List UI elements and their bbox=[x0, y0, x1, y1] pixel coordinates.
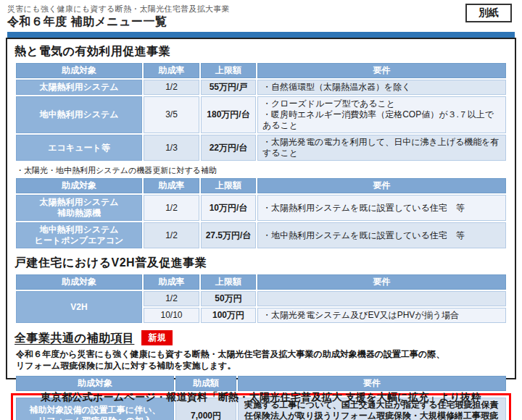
table-header-row: 助成対象 助成額 要件 bbox=[16, 376, 506, 391]
col-header-amount: 助成額 bbox=[175, 376, 236, 391]
target-cell: エコキュート等 bbox=[16, 135, 142, 161]
cap-cell: 100万円 bbox=[201, 308, 256, 323]
rate-cell: 1/3 bbox=[144, 135, 199, 161]
section1-heading: 熱と電気の有効利用促進事業 bbox=[14, 44, 508, 59]
rate-cell: 10/10 bbox=[144, 308, 199, 323]
target-cell: V2H bbox=[16, 291, 142, 323]
col-header-target: 助成対象 bbox=[16, 63, 142, 78]
common-subsidy-header-table: 助成対象 助成額 要件 bbox=[14, 374, 508, 392]
cap-cell: 10万円/台 bbox=[201, 195, 256, 221]
cap-cell: 55万円/戸 bbox=[201, 80, 256, 95]
table-row: 地中熱利用システム ヒートポンプエアコン 1/2 27.5万円/台 ・地中熱利用… bbox=[16, 222, 506, 248]
table-row: 地中熱利用システム 3/5 180万円/台 ・クローズドループ型であること ・暖… bbox=[16, 96, 506, 133]
req-cell: ・クローズドループ型であること ・暖房時エネルギー消費効率（定格COP値）が３.… bbox=[257, 96, 506, 133]
section2-heading: 戸建住宅におけるV2H普及促進事業 bbox=[14, 256, 508, 271]
col-header-rate: 助成率 bbox=[144, 63, 199, 78]
req-cell: ・太陽熱利用システムを既に設置している住宅 等 bbox=[257, 195, 506, 221]
v2h-table: 助成対象 助成率 上限額 要件 V2H 1/2 50万円 10/10 100万円… bbox=[14, 273, 508, 324]
table-row: V2H 1/2 50万円 bbox=[16, 291, 506, 306]
content-frame: 熱と電気の有効利用促進事業 助成対象 助成率 上限額 要件 太陽熱利用システム … bbox=[6, 38, 516, 379]
document-subtitle: 災害にも強く健康にも資する断熱・太陽光住宅普及拡大事業 bbox=[7, 4, 515, 14]
table-header-row: 助成対象 助成率 上限額 要件 bbox=[16, 178, 506, 193]
rate-cell: 1/2 bbox=[144, 291, 199, 306]
col-header-req: 要件 bbox=[238, 376, 506, 391]
target-cell: 地中熱利用システム ヒートポンプエアコン bbox=[16, 222, 142, 248]
req-cell bbox=[257, 291, 506, 306]
col-header-req: 要件 bbox=[257, 178, 506, 193]
section3-heading: 全事業共通の補助項目新規 bbox=[14, 330, 508, 346]
heat-electric-table: 助成対象 助成率 上限額 要件 太陽熱利用システム 1/2 55万円/戸 ・自然… bbox=[14, 62, 508, 162]
target-cell: 太陽熱利用システム bbox=[16, 80, 142, 95]
target-cell: 太陽熱利用システム 補助熱源機 bbox=[16, 195, 142, 221]
req-cell: ・地中熱利用システムを既に設置している住宅 等 bbox=[257, 222, 506, 248]
table-header-row: 助成対象 助成率 上限額 要件 bbox=[16, 274, 506, 290]
col-header-cap: 上限額 bbox=[201, 178, 256, 193]
cap-cell: 50万円 bbox=[201, 291, 256, 306]
req-cell: ・太陽光発電の電力を利用して、日中に沸き上げる機能を有すること bbox=[257, 135, 506, 161]
rate-cell: 1/2 bbox=[144, 222, 199, 248]
cap-cell: 27.5万円/台 bbox=[201, 222, 256, 248]
source-attribution: 東京都公式ホームページ・報道資料「断熱・太陽光住宅普及拡大 支援を大幅に拡充」よ… bbox=[0, 391, 522, 404]
equipment-renewal-caption: ・太陽光・地中熱利用システムの機器更新に対する補助 bbox=[16, 165, 508, 176]
col-header-req: 要件 bbox=[257, 63, 506, 78]
col-header-target: 助成対象 bbox=[16, 178, 142, 193]
accent-bar bbox=[7, 32, 515, 38]
section3-description: 令和６年度から災害にも強く健康にも資する断熱・太陽光住宅普及拡大事業の助成対象機… bbox=[16, 348, 508, 371]
new-badge: 新規 bbox=[141, 330, 173, 345]
rate-cell: 3/5 bbox=[144, 96, 199, 133]
col-header-target: 助成対象 bbox=[16, 274, 142, 290]
page-title: 令和６年度 補助メニュー一覧 bbox=[7, 14, 515, 30]
table-row: 太陽熱利用システム 1/2 55万円/戸 ・自然循環型（太陽熱温水器）を除く bbox=[16, 80, 506, 95]
col-header-rate: 助成率 bbox=[144, 178, 199, 193]
document-header: 災害にも強く健康にも資する断熱・太陽光住宅普及拡大事業 令和６年度 補助メニュー… bbox=[0, 0, 522, 30]
corner-tag: 別紙 bbox=[465, 4, 512, 22]
rate-cell: 1/2 bbox=[144, 195, 199, 221]
col-header-target: 助成対象 bbox=[16, 376, 174, 391]
cap-cell: 180万円/台 bbox=[201, 96, 256, 133]
equipment-renewal-table: 助成対象 助成率 上限額 要件 太陽熱利用システム 補助熱源機 1/2 10万円… bbox=[14, 177, 508, 250]
col-header-cap: 上限額 bbox=[201, 274, 256, 290]
req-cell: ・自然循環型（太陽熱温水器）を除く bbox=[257, 80, 506, 95]
col-header-req: 要件 bbox=[257, 274, 506, 290]
section3-heading-text: 全事業共通の補助項目 bbox=[14, 332, 134, 344]
table-row: 太陽熱利用システム 補助熱源機 1/2 10万円/台 ・太陽熱利用システムを既に… bbox=[16, 195, 506, 221]
req-cell: ・太陽光発電システム及びEV又はPHVが揃う場合 bbox=[257, 308, 506, 323]
table-header-row: 助成対象 助成率 上限額 要件 bbox=[16, 63, 506, 78]
document-page: 災害にも強く健康にも資する断熱・太陽光住宅普及拡大事業 令和６年度 補助メニュー… bbox=[0, 0, 522, 420]
cap-cell: 22万円/台 bbox=[201, 135, 256, 161]
target-cell: 地中熱利用システム bbox=[16, 96, 142, 133]
col-header-cap: 上限額 bbox=[201, 63, 256, 78]
col-header-rate: 助成率 bbox=[144, 274, 199, 290]
rate-cell: 1/2 bbox=[144, 80, 199, 95]
table-row: エコキュート等 1/3 22万円/台 ・太陽光発電の電力を利用して、日中に沸き上… bbox=[16, 135, 506, 161]
